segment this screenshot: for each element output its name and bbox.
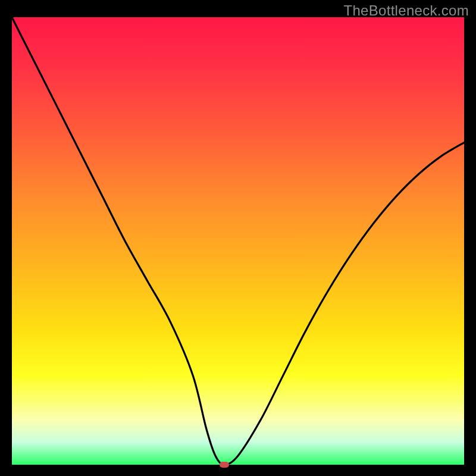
minimum-marker — [220, 462, 229, 468]
chart-frame: TheBottleneck.com — [0, 0, 476, 476]
curve-path — [12, 17, 464, 465]
bottleneck-curve — [12, 17, 464, 465]
watermark-text: TheBottleneck.com — [343, 2, 469, 19]
plot-area — [12, 17, 464, 465]
